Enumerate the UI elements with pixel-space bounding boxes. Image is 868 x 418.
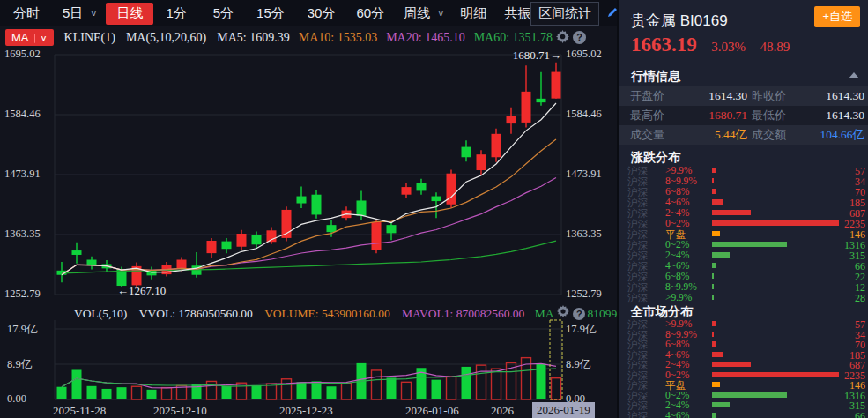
ma10-value: MA10: 1535.03 [299, 31, 377, 45]
distribution-bar [712, 189, 716, 194]
mavol2-tail: 81099 [587, 307, 617, 320]
distribution-bar [712, 178, 714, 183]
collapse-icon[interactable] [849, 72, 859, 78]
distribution-row: 沪深>9.9%28 [619, 292, 868, 302]
range-label: 4~6% [665, 197, 689, 207]
market-prefix: 沪深 [627, 410, 648, 418]
tab-30min[interactable]: 30分 [302, 3, 341, 25]
distribution-row: 沪深8~9.9%34 [619, 329, 868, 340]
kline-label: KLINE(1) [64, 31, 115, 45]
ma20-value: MA20: 1465.10 [386, 31, 464, 45]
distribution-bar [712, 263, 716, 268]
price-tick-label: 1473.91 [4, 168, 41, 181]
volume-value: 5.44亿 [686, 125, 747, 145]
selected-date-badge: 2026-01-19 [532, 402, 595, 418]
range-label: 6~8% [665, 186, 689, 197]
range-label: 2~4% [665, 250, 689, 260]
distribution-row: 沪深6~8%22 [619, 271, 868, 281]
low-value: 1614.30 [826, 106, 864, 125]
gear-icon[interactable] [556, 30, 569, 46]
distribution-bar [712, 341, 716, 347]
trading-app: 分时 5日 ∨ 日线 1分 5分 15分 30分 60分 周线 ∨ 明细 共振 … [0, 0, 868, 418]
range-label: 6~8% [665, 271, 689, 281]
range-label: 4~6% [665, 260, 689, 271]
tab-detail[interactable]: 明细 [455, 3, 492, 25]
range-stats-button[interactable]: 区间统计 [530, 2, 599, 26]
volume-label: 成交量 [630, 125, 664, 145]
tab-60min[interactable]: 60分 [351, 3, 389, 25]
price-tick-label: 1473.91 [566, 168, 602, 181]
tab-15min[interactable]: 15分 [251, 3, 290, 25]
distribution-row: 沪深6~8%70 [619, 339, 868, 349]
info-row: 最高价 1680.71 最低价 1614.30 [619, 106, 868, 125]
change-percent: 3.03% [711, 40, 746, 54]
prev-close-value: 1614.30 [826, 86, 864, 106]
price-tick-label: 1363.35 [566, 228, 602, 241]
ma-group-label: MA(5,10,20,60) [126, 31, 206, 45]
chevron-down-icon[interactable]: ∨ [437, 9, 444, 18]
range-label: 2~4% [665, 399, 689, 410]
range-label: 0~2% [665, 369, 689, 380]
distribution-header: 涨跌分布 [631, 150, 680, 166]
price-tick-label: 1363.35 [4, 228, 41, 241]
distribution-row: 沪深4~6%185 [619, 197, 868, 207]
distribution-row: 沪深8~9.9%34 [619, 175, 868, 186]
range-label: 0~2% [665, 218, 689, 228]
help-icon[interactable]: ? [573, 308, 585, 320]
distribution-row: 沪深2~4%687 [619, 359, 868, 369]
chevron-down-icon[interactable]: ∨ [90, 9, 97, 18]
tab-daily[interactable]: 日线 [106, 3, 153, 25]
range-label: 8~9.9% [665, 329, 697, 340]
candlestick-chart[interactable] [0, 49, 617, 306]
distribution-row: 沪深平盘146 [619, 379, 868, 390]
tab-5day[interactable]: 5日 [57, 3, 88, 25]
market-prefix: 沪深 [627, 292, 648, 305]
distribution-row: 沪深0~2%1316 [619, 239, 868, 250]
distribution-bar [712, 199, 723, 205]
range-label: >9.9% [665, 318, 692, 329]
volume-tick-label: 17.9亿 [566, 322, 596, 337]
distribution-bar [712, 220, 839, 226]
price-tick-label: 1695.02 [566, 48, 602, 61]
vol-indicator-label: VOL(5,10) [74, 307, 127, 320]
instrument-title: 贵金属 BI0169 [631, 11, 728, 31]
date-axis: 2025-11-282025-12-102025-12-232026-01-06… [0, 403, 617, 418]
tab-5min[interactable]: 5分 [208, 3, 239, 25]
distribution-bar [712, 295, 714, 300]
help-icon[interactable]: ? [573, 31, 586, 44]
gear-icon[interactable] [557, 305, 569, 321]
distribution-bar [712, 242, 787, 247]
price-tick-label: 1584.46 [4, 108, 41, 121]
quote-info-header: 行情信息 [631, 69, 680, 85]
volume-tick-label: 8.9亿 [7, 357, 32, 372]
tab-1min[interactable]: 1分 [160, 3, 191, 25]
range-label: 2~4% [665, 359, 689, 369]
price-tick-label: 1584.46 [566, 108, 602, 121]
distribution-bar [712, 252, 730, 258]
tab-weekly[interactable]: 周线 [398, 3, 435, 25]
low-label: 最低价 [752, 106, 786, 125]
ma5-value: MA5: 1609.39 [217, 31, 289, 45]
distribution-bar [712, 392, 787, 398]
distribution-bar [712, 413, 716, 418]
ma-indicator-button[interactable]: MA∨ [5, 29, 54, 46]
distribution-row: 沪深2~4%315 [619, 250, 868, 260]
distribution-bar [712, 372, 839, 377]
indicator-bar: MA∨ KLINE(1) MA(5,10,20,60) MA5: 1609.39… [0, 26, 617, 49]
distribution-row: 沪深2~4%315 [619, 399, 868, 410]
distribution-bar [712, 273, 714, 279]
chevron-down-icon[interactable]: ∨ [34, 34, 48, 42]
distribution-bar [712, 231, 720, 236]
high-label: 最高价 [630, 106, 664, 125]
distribution-row: 沪深2~4%687 [619, 207, 868, 218]
distribution-row: 沪深>9.9%57 [619, 318, 868, 329]
add-watchlist-button[interactable]: +自选 [814, 6, 860, 27]
range-label: 2~4% [665, 207, 689, 218]
tab-minute-chart[interactable]: 分时 [8, 3, 45, 25]
vvol-value: VVOL: 1786050560.00 [139, 307, 253, 320]
distribution-bar [712, 352, 723, 357]
distribution-bar [712, 362, 751, 367]
info-row: 成交量 5.44亿 成交额 104.66亿 [619, 125, 868, 145]
volume-chart[interactable] [0, 319, 617, 404]
distribution-row: 沪深4~6%185 [619, 349, 868, 360]
